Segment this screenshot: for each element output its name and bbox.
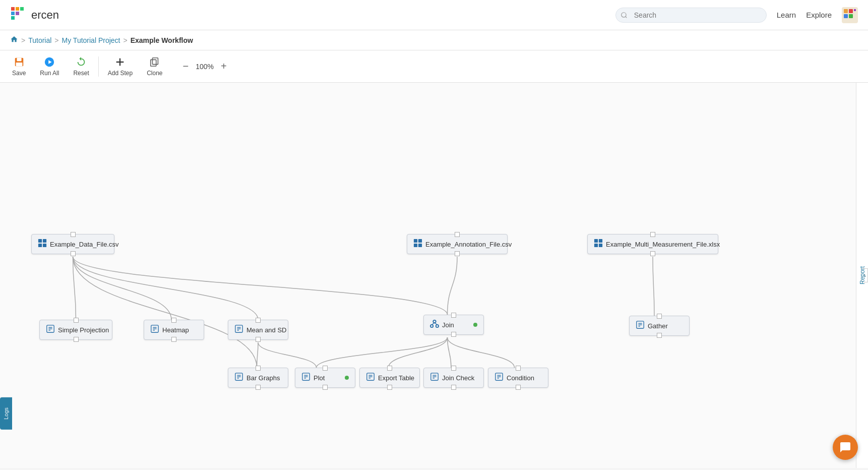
user-icon[interactable] (842, 7, 858, 23)
chat-button[interactable] (833, 435, 858, 460)
node-join-check[interactable]: Join Check (423, 368, 484, 388)
logs-button[interactable]: Logs (0, 397, 12, 430)
svg-rect-27 (414, 239, 417, 243)
connection-line (73, 257, 257, 368)
svg-rect-34 (599, 244, 602, 247)
node-type-icon (234, 372, 243, 383)
clone-button[interactable]: Clone (140, 52, 169, 81)
node-condition[interactable]: Condition (488, 368, 548, 388)
connections-overlay (0, 83, 868, 468)
breadcrumb-tutorial[interactable]: Tutorial (28, 36, 51, 44)
svg-rect-24 (43, 239, 46, 243)
add-step-icon (114, 56, 126, 68)
side-panel: ‹ Report (856, 83, 868, 468)
svg-rect-12 (849, 14, 853, 18)
zoom-out-button[interactable]: − (179, 60, 192, 73)
svg-rect-33 (594, 244, 598, 247)
connection-line (73, 257, 259, 320)
svg-rect-9 (844, 9, 848, 13)
node-example-data-file[interactable]: Example_Data_File.csv (31, 234, 114, 254)
node-connector-top (74, 318, 79, 323)
node-label: Example_Multi_Measurement_File.xlsx (606, 241, 720, 248)
node-connector-top (516, 366, 521, 371)
node-export-table[interactable]: Export Table (359, 368, 420, 388)
node-type-icon (413, 239, 422, 250)
node-connector-top (451, 366, 456, 371)
node-connector-bottom (451, 332, 456, 337)
node-label: Example_Data_File.csv (50, 241, 119, 248)
explore-link[interactable]: Explore (806, 11, 832, 19)
reset-label: Reset (73, 70, 89, 77)
run-all-icon (44, 56, 55, 68)
breadcrumb-project[interactable]: My Tutorial Project (62, 36, 120, 44)
svg-rect-10 (849, 9, 853, 13)
svg-point-6 (622, 12, 626, 17)
svg-rect-16 (16, 62, 22, 66)
toolbar: Save Run All Reset Add Step Clone − 100%… (0, 50, 868, 83)
chat-icon (839, 441, 851, 453)
workflow-canvas[interactable]: ‹ Report Example_Data_File.csv Example_A… (0, 83, 868, 468)
svg-rect-11 (844, 14, 848, 18)
connection-line (653, 257, 654, 316)
save-button[interactable]: Save (5, 52, 33, 81)
node-type-icon (430, 372, 439, 383)
reset-icon (76, 56, 87, 68)
node-connector-bottom (657, 333, 662, 338)
node-connector-top (323, 366, 328, 371)
learn-link[interactable]: Learn (777, 11, 796, 19)
node-indicator (345, 376, 349, 380)
node-heatmap[interactable]: Heatmap (144, 320, 204, 340)
breadcrumb-sep-2: > (54, 36, 58, 44)
node-connector-top (455, 232, 460, 237)
node-connector-top (650, 232, 655, 237)
logo-icon (10, 6, 28, 24)
clone-label: Clone (147, 70, 162, 77)
zoom-in-button[interactable]: + (218, 60, 230, 73)
node-connector-top (71, 232, 76, 237)
nav-links: Learn Explore (777, 7, 858, 23)
connection-line (389, 337, 448, 368)
breadcrumb-home[interactable] (10, 35, 18, 45)
add-step-button[interactable]: Add Step (101, 52, 140, 81)
node-gather[interactable]: Gather (629, 316, 690, 336)
svg-line-50 (432, 323, 435, 325)
run-all-button[interactable]: Run All (33, 52, 66, 81)
node-type-icon (636, 320, 645, 331)
svg-point-49 (436, 325, 439, 327)
zoom-controls: − 100% + (179, 60, 229, 73)
node-connector-top (387, 366, 392, 371)
connection-line (73, 257, 448, 315)
node-type-icon (430, 319, 439, 330)
svg-rect-1 (16, 7, 19, 11)
node-connector-top (171, 318, 176, 323)
node-type-icon (494, 372, 504, 383)
logo[interactable]: ercen (10, 6, 59, 24)
svg-rect-5 (11, 16, 15, 20)
node-example-annotation-file[interactable]: Example_Annotation_File.csv (407, 234, 508, 254)
node-connector-bottom (451, 385, 456, 390)
reset-button[interactable]: Reset (66, 52, 96, 81)
connection-line (73, 257, 172, 320)
add-step-label: Add Step (108, 70, 133, 77)
node-connector-bottom (74, 337, 79, 342)
search-input[interactable] (615, 8, 767, 23)
node-connector-bottom (256, 385, 261, 390)
connection-line (448, 337, 515, 368)
svg-rect-3 (11, 12, 15, 15)
save-label: Save (12, 70, 26, 77)
node-label: Join (442, 321, 454, 329)
connection-line (317, 337, 448, 368)
node-bar-graphs[interactable]: Bar Graphs (228, 368, 288, 388)
breadcrumb-current: Example Workflow (131, 36, 193, 44)
node-connector-top (256, 366, 261, 371)
svg-point-48 (430, 325, 433, 327)
connection-line (448, 337, 452, 368)
node-join[interactable]: Join (423, 315, 484, 335)
node-simple-projection[interactable]: Simple Projection (39, 320, 112, 340)
report-label[interactable]: Report (859, 266, 866, 284)
node-label: Plot (314, 374, 325, 382)
node-mean-and-sd[interactable]: Mean and SD (228, 320, 288, 340)
node-plot[interactable]: Plot (295, 368, 355, 388)
node-example-multi-measurement-file[interactable]: Example_Multi_Measurement_File.xlsx (587, 234, 718, 254)
node-label: Bar Graphs (246, 374, 280, 382)
